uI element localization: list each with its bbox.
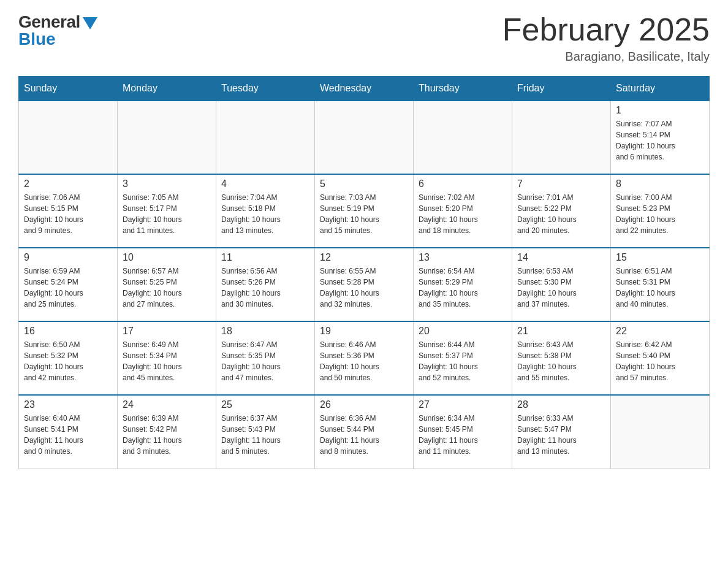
day-info: Sunrise: 6:47 AMSunset: 5:35 PMDaylight:… — [221, 339, 309, 383]
day-info: Sunrise: 6:40 AMSunset: 5:41 PMDaylight:… — [24, 413, 112, 457]
day-number: 5 — [320, 178, 408, 190]
day-number: 24 — [123, 399, 211, 410]
day-number: 11 — [221, 252, 309, 263]
logo: General Blue — [18, 12, 97, 49]
calendar-cell: 12Sunrise: 6:55 AMSunset: 5:28 PMDayligh… — [315, 248, 414, 321]
calendar-cell — [512, 101, 611, 174]
calendar-cell: 8Sunrise: 7:00 AMSunset: 5:23 PMDaylight… — [611, 174, 710, 248]
day-info: Sunrise: 6:49 AMSunset: 5:34 PMDaylight:… — [123, 339, 211, 383]
weekday-header-saturday: Saturday — [611, 77, 710, 101]
calendar-cell: 4Sunrise: 7:04 AMSunset: 5:18 PMDaylight… — [216, 174, 315, 248]
title-area: February 2025 Baragiano, Basilicate, Ita… — [502, 12, 710, 64]
calendar-cell — [611, 395, 710, 469]
calendar-cell — [19, 101, 118, 174]
weekday-header-tuesday: Tuesday — [216, 77, 315, 101]
day-info: Sunrise: 6:51 AMSunset: 5:31 PMDaylight:… — [616, 266, 704, 310]
day-number: 23 — [24, 399, 112, 410]
calendar-cell: 28Sunrise: 6:33 AMSunset: 5:47 PMDayligh… — [512, 395, 611, 469]
day-info: Sunrise: 6:34 AMSunset: 5:45 PMDaylight:… — [419, 413, 507, 457]
location-subtitle: Baragiano, Basilicate, Italy — [502, 50, 710, 64]
day-info: Sunrise: 6:59 AMSunset: 5:24 PMDaylight:… — [24, 266, 112, 310]
calendar-table: SundayMondayTuesdayWednesdayThursdayFrid… — [18, 76, 710, 469]
page-header: General Blue February 2025 Baragiano, Ba… — [18, 12, 710, 64]
calendar-cell: 21Sunrise: 6:43 AMSunset: 5:38 PMDayligh… — [512, 321, 611, 395]
calendar-cell: 23Sunrise: 6:40 AMSunset: 5:41 PMDayligh… — [19, 395, 118, 469]
day-number: 6 — [419, 178, 507, 190]
calendar-cell: 13Sunrise: 6:54 AMSunset: 5:29 PMDayligh… — [414, 248, 512, 321]
weekday-header-wednesday: Wednesday — [315, 77, 414, 101]
weekday-header-sunday: Sunday — [19, 77, 118, 101]
day-info: Sunrise: 6:37 AMSunset: 5:43 PMDaylight:… — [221, 413, 309, 457]
logo-triangle-icon — [83, 17, 97, 29]
calendar-cell: 14Sunrise: 6:53 AMSunset: 5:30 PMDayligh… — [512, 248, 611, 321]
calendar-cell: 10Sunrise: 6:57 AMSunset: 5:25 PMDayligh… — [118, 248, 216, 321]
day-info: Sunrise: 6:55 AMSunset: 5:28 PMDaylight:… — [320, 266, 408, 310]
calendar-cell: 3Sunrise: 7:05 AMSunset: 5:17 PMDaylight… — [118, 174, 216, 248]
calendar-cell: 16Sunrise: 6:50 AMSunset: 5:32 PMDayligh… — [19, 321, 118, 395]
day-info: Sunrise: 7:07 AMSunset: 5:14 PMDaylight:… — [616, 118, 704, 163]
calendar-cell: 5Sunrise: 7:03 AMSunset: 5:19 PMDaylight… — [315, 174, 414, 248]
day-info: Sunrise: 7:01 AMSunset: 5:22 PMDaylight:… — [517, 192, 605, 236]
calendar-week-5: 23Sunrise: 6:40 AMSunset: 5:41 PMDayligh… — [19, 395, 710, 469]
calendar-cell: 24Sunrise: 6:39 AMSunset: 5:42 PMDayligh… — [118, 395, 216, 469]
calendar-cell: 19Sunrise: 6:46 AMSunset: 5:36 PMDayligh… — [315, 321, 414, 395]
calendar-cell: 15Sunrise: 6:51 AMSunset: 5:31 PMDayligh… — [611, 248, 710, 321]
day-number: 21 — [517, 326, 605, 337]
calendar-week-1: 1Sunrise: 7:07 AMSunset: 5:14 PMDaylight… — [19, 101, 710, 174]
calendar-header: SundayMondayTuesdayWednesdayThursdayFrid… — [19, 77, 710, 101]
calendar-cell: 7Sunrise: 7:01 AMSunset: 5:22 PMDaylight… — [512, 174, 611, 248]
calendar-cell: 11Sunrise: 6:56 AMSunset: 5:26 PMDayligh… — [216, 248, 315, 321]
day-info: Sunrise: 6:43 AMSunset: 5:38 PMDaylight:… — [517, 339, 605, 383]
calendar-week-4: 16Sunrise: 6:50 AMSunset: 5:32 PMDayligh… — [19, 321, 710, 395]
day-info: Sunrise: 7:06 AMSunset: 5:15 PMDaylight:… — [24, 192, 112, 236]
day-number: 7 — [517, 178, 605, 190]
day-info: Sunrise: 6:56 AMSunset: 5:26 PMDaylight:… — [221, 266, 309, 310]
day-number: 26 — [320, 399, 408, 410]
day-number: 14 — [517, 252, 605, 263]
day-number: 28 — [517, 399, 605, 410]
day-info: Sunrise: 6:50 AMSunset: 5:32 PMDaylight:… — [24, 339, 112, 383]
calendar-cell — [216, 101, 315, 174]
calendar-cell — [118, 101, 216, 174]
day-number: 4 — [221, 178, 309, 190]
day-number: 12 — [320, 252, 408, 263]
day-number: 18 — [221, 326, 309, 337]
day-info: Sunrise: 6:44 AMSunset: 5:37 PMDaylight:… — [419, 339, 507, 383]
day-number: 25 — [221, 399, 309, 410]
calendar-cell: 18Sunrise: 6:47 AMSunset: 5:35 PMDayligh… — [216, 321, 315, 395]
calendar-cell: 22Sunrise: 6:42 AMSunset: 5:40 PMDayligh… — [611, 321, 710, 395]
day-number: 15 — [616, 252, 704, 263]
calendar-cell: 6Sunrise: 7:02 AMSunset: 5:20 PMDaylight… — [414, 174, 512, 248]
calendar-cell: 25Sunrise: 6:37 AMSunset: 5:43 PMDayligh… — [216, 395, 315, 469]
day-number: 20 — [419, 326, 507, 337]
day-info: Sunrise: 7:03 AMSunset: 5:19 PMDaylight:… — [320, 192, 408, 236]
calendar-cell: 1Sunrise: 7:07 AMSunset: 5:14 PMDaylight… — [611, 101, 710, 174]
day-info: Sunrise: 6:36 AMSunset: 5:44 PMDaylight:… — [320, 413, 408, 457]
day-number: 17 — [123, 326, 211, 337]
calendar-cell: 17Sunrise: 6:49 AMSunset: 5:34 PMDayligh… — [118, 321, 216, 395]
calendar-cell: 20Sunrise: 6:44 AMSunset: 5:37 PMDayligh… — [414, 321, 512, 395]
day-number: 19 — [320, 326, 408, 337]
calendar-cell: 27Sunrise: 6:34 AMSunset: 5:45 PMDayligh… — [414, 395, 512, 469]
logo-blue-text: Blue — [18, 29, 56, 49]
day-number: 13 — [419, 252, 507, 263]
calendar-week-3: 9Sunrise: 6:59 AMSunset: 5:24 PMDaylight… — [19, 248, 710, 321]
day-number: 2 — [24, 178, 112, 190]
day-info: Sunrise: 7:04 AMSunset: 5:18 PMDaylight:… — [221, 192, 309, 236]
day-info: Sunrise: 7:05 AMSunset: 5:17 PMDaylight:… — [123, 192, 211, 236]
day-info: Sunrise: 6:46 AMSunset: 5:36 PMDaylight:… — [320, 339, 408, 383]
day-number: 3 — [123, 178, 211, 190]
calendar-cell — [315, 101, 414, 174]
calendar-cell — [414, 101, 512, 174]
weekday-header-monday: Monday — [118, 77, 216, 101]
day-number: 1 — [616, 105, 704, 116]
day-number: 22 — [616, 326, 704, 337]
day-info: Sunrise: 7:00 AMSunset: 5:23 PMDaylight:… — [616, 192, 704, 236]
day-number: 8 — [616, 178, 704, 190]
day-info: Sunrise: 6:39 AMSunset: 5:42 PMDaylight:… — [123, 413, 211, 457]
calendar-cell: 26Sunrise: 6:36 AMSunset: 5:44 PMDayligh… — [315, 395, 414, 469]
day-info: Sunrise: 6:33 AMSunset: 5:47 PMDaylight:… — [517, 413, 605, 457]
day-number: 16 — [24, 326, 112, 337]
month-title: February 2025 — [502, 12, 710, 47]
calendar-week-2: 2Sunrise: 7:06 AMSunset: 5:15 PMDaylight… — [19, 174, 710, 248]
